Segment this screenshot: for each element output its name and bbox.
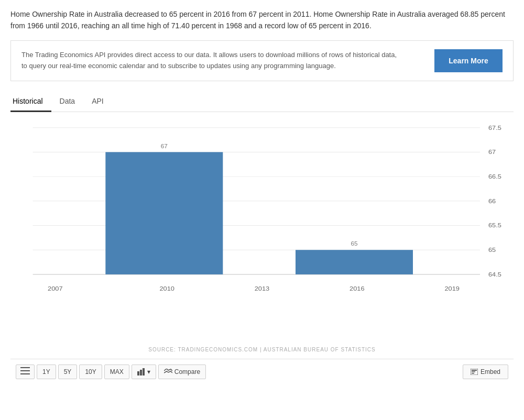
chart-type-arrow: ▾ — [147, 368, 150, 375]
tab-historical[interactable]: Historical — [10, 92, 51, 112]
svg-text:66.5: 66.5 — [488, 173, 501, 180]
svg-rect-22 — [20, 367, 30, 368]
svg-text:2019: 2019 — [444, 285, 460, 292]
svg-text:67.5: 67.5 — [488, 124, 501, 131]
5y-button[interactable]: 5Y — [58, 364, 78, 379]
1y-button[interactable]: 1Y — [37, 364, 56, 379]
svg-rect-29 — [472, 370, 477, 371]
svg-text:2010: 2010 — [159, 285, 174, 292]
menu-button[interactable] — [16, 364, 35, 379]
tabs-container: Historical Data API — [10, 92, 514, 112]
bar-chart-icon — [137, 368, 146, 375]
description-text: Home Ownership Rate in Australia decreas… — [10, 8, 514, 32]
compare-button[interactable]: Compare — [158, 364, 206, 379]
toolbar-right: Embed — [463, 364, 508, 379]
svg-rect-25 — [137, 371, 139, 375]
bar-2010 — [105, 152, 223, 274]
main-container: Home Ownership Rate in Australia decreas… — [0, 0, 524, 393]
svg-text:64.5: 64.5 — [488, 271, 501, 278]
tab-api[interactable]: API — [83, 92, 112, 112]
svg-text:2013: 2013 — [255, 285, 270, 292]
svg-text:2016: 2016 — [350, 285, 365, 292]
svg-text:65: 65 — [488, 246, 496, 253]
svg-text:66: 66 — [488, 197, 496, 204]
svg-rect-31 — [472, 373, 474, 374]
svg-text:65.5: 65.5 — [488, 222, 501, 229]
menu-icon — [20, 367, 30, 374]
api-box-text: The Trading Economics API provides direc… — [21, 50, 399, 72]
learn-more-button[interactable]: Learn More — [434, 49, 503, 72]
embed-button[interactable]: Embed — [463, 364, 508, 379]
bar-2016 — [296, 250, 413, 274]
compare-label: Compare — [174, 368, 200, 375]
toolbar-left: 1Y 5Y 10Y MAX ▾ Compare — [16, 364, 206, 379]
svg-rect-27 — [143, 368, 145, 375]
bar-chart: 67.5 67 66.5 66 65.5 65 64.5 2007 2010 2… — [10, 123, 514, 311]
svg-rect-30 — [472, 371, 475, 372]
svg-text:67: 67 — [161, 143, 168, 149]
embed-label: Embed — [481, 368, 500, 375]
svg-rect-23 — [20, 370, 30, 371]
svg-text:2007: 2007 — [48, 285, 63, 292]
svg-rect-24 — [20, 373, 30, 374]
api-box: The Trading Economics API provides direc… — [10, 40, 514, 81]
10y-button[interactable]: 10Y — [79, 364, 102, 379]
svg-text:67: 67 — [488, 149, 496, 156]
svg-text:65: 65 — [351, 241, 357, 247]
embed-icon — [471, 369, 478, 375]
chart-source: SOURCE: TRADINGECONOMICS.COM | AUSTRALIA… — [10, 347, 514, 352]
tab-data[interactable]: Data — [51, 92, 84, 112]
chart-area: 67.5 67 66.5 66 65.5 65 64.5 2007 2010 2… — [10, 123, 514, 342]
max-button[interactable]: MAX — [104, 364, 129, 379]
chart-type-button[interactable]: ▾ — [132, 364, 156, 379]
compare-icon — [164, 369, 172, 375]
svg-rect-26 — [140, 370, 142, 375]
bottom-toolbar: 1Y 5Y 10Y MAX ▾ Compare — [10, 359, 514, 384]
